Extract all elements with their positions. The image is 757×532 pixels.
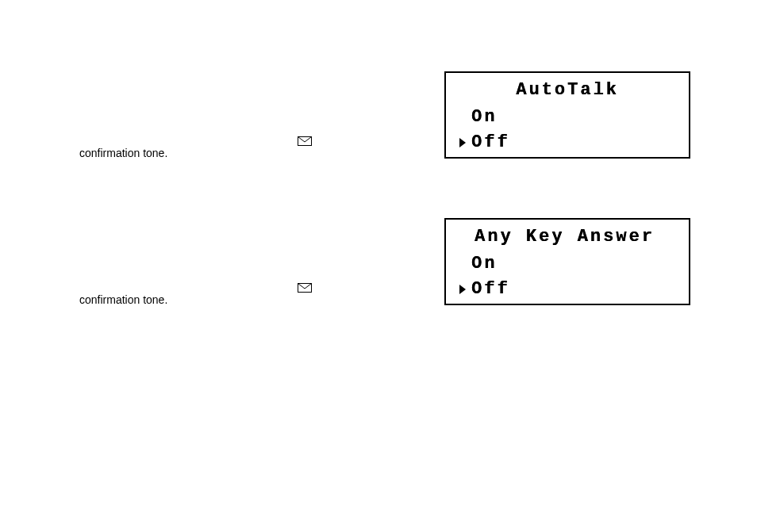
- svg-marker-1: [459, 138, 466, 147]
- envelope-icon: [298, 135, 312, 144]
- lcd-screen-any-key-answer: Any Key Answer On Off: [444, 218, 690, 305]
- lcd-option-label: On: [471, 105, 497, 130]
- lcd-option[interactable]: Off: [452, 130, 682, 155]
- lcd-option[interactable]: On: [452, 105, 682, 130]
- lcd-title: AutoTalk: [452, 78, 682, 103]
- svg-marker-3: [459, 285, 466, 294]
- lcd-option-label: Off: [471, 130, 510, 155]
- envelope-icon: [298, 281, 312, 291]
- lcd-option[interactable]: On: [452, 251, 682, 277]
- body-text: confirmation tone.: [79, 147, 167, 159]
- cursor-icon: [459, 137, 471, 148]
- lcd-option[interactable]: Off: [452, 277, 682, 302]
- cursor-icon: [459, 284, 471, 295]
- lcd-screen-autotalk: AutoTalk On Off: [444, 71, 690, 159]
- lcd-option-label: On: [471, 251, 497, 277]
- body-text: confirmation tone.: [79, 293, 167, 306]
- lcd-title: Any Key Answer: [452, 224, 682, 250]
- lcd-option-label: Off: [471, 277, 510, 302]
